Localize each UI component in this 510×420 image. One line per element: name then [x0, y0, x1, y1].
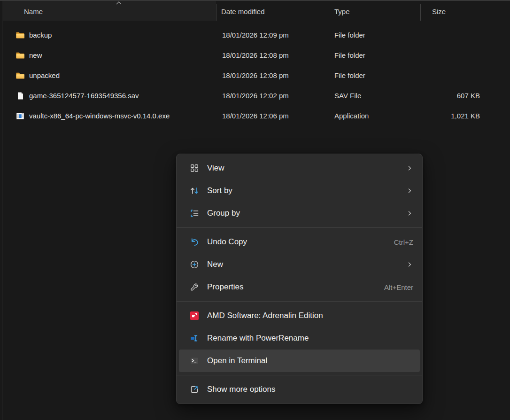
file-date-modified: 18/01/2026 12:02 pm — [222, 86, 289, 106]
terminal-icon — [190, 356, 199, 366]
file-type: File folder — [334, 45, 365, 65]
column-divider[interactable] — [491, 4, 491, 21]
file-size: 1,021 KB — [420, 106, 480, 126]
context-menu: View Sort by Group by — [176, 154, 423, 404]
menu-item-label: Show more options — [207, 385, 276, 394]
view-icon — [190, 163, 199, 173]
file-date-modified: 18/01/2026 12:08 pm — [222, 65, 289, 86]
group-by-icon — [190, 209, 199, 218]
amd-icon — [190, 311, 199, 320]
menu-item-shortcut: Ctrl+Z — [394, 238, 413, 246]
wrench-icon — [190, 282, 199, 292]
menu-item-label: Undo Copy — [207, 237, 247, 247]
file-name: vaultc-x86_64-pc-windows-msvc-v0.14.0.ex… — [29, 106, 170, 126]
chevron-right-icon — [406, 210, 413, 217]
powerrename-icon — [190, 334, 199, 343]
folder-icon — [15, 25, 25, 45]
show-more-icon — [190, 385, 199, 394]
menu-item-properties[interactable]: Properties Alt+Enter — [179, 276, 420, 298]
menu-item-label: Open in Terminal — [207, 356, 267, 366]
file-name: backup — [29, 25, 52, 45]
folder-icon — [15, 65, 25, 86]
menu-item-powerrename[interactable]: Rename with PowerRename — [179, 327, 420, 350]
sav-file-icon — [15, 86, 25, 106]
menu-item-label: New — [207, 260, 223, 269]
file-list-header: Name Date modified Type Size — [0, 1, 510, 22]
pane-left-border — [2, 1, 2, 420]
folder-icon — [15, 45, 25, 65]
menu-item-label: Properties — [207, 282, 243, 292]
menu-separator — [177, 301, 422, 302]
file-type: File folder — [334, 25, 365, 45]
column-divider[interactable] — [329, 4, 329, 21]
column-header-name[interactable]: Name — [24, 1, 43, 22]
file-size: 607 KB — [420, 86, 480, 106]
file-name: game-365124577-1693549356.sav — [29, 86, 139, 106]
file-row[interactable]: game-365124577-1693549356.sav 18/01/2026… — [3, 86, 491, 106]
column-header-date-modified[interactable]: Date modified — [221, 1, 265, 22]
menu-item-undo-copy[interactable]: Undo Copy Ctrl+Z — [179, 231, 420, 253]
menu-item-label: Group by — [207, 209, 240, 218]
column-header-size[interactable]: Size — [432, 1, 446, 22]
menu-item-shortcut: Alt+Enter — [384, 283, 413, 291]
application-icon — [15, 106, 25, 126]
menu-item-amd-software[interactable]: AMD Software: Adrenalin Edition — [179, 304, 420, 327]
file-row[interactable]: new 18/01/2026 12:08 pm File folder — [3, 45, 491, 65]
chevron-right-icon — [406, 261, 413, 268]
menu-item-label: AMD Software: Adrenalin Edition — [207, 311, 323, 320]
file-type: SAV File — [334, 86, 361, 106]
chevron-right-icon — [406, 187, 413, 194]
new-plus-icon — [190, 260, 199, 269]
menu-item-view[interactable]: View — [179, 157, 420, 179]
file-row[interactable]: backup 18/01/2026 12:09 pm File folder — [3, 25, 491, 45]
file-date-modified: 18/01/2026 12:06 pm — [222, 106, 289, 126]
menu-item-label: Rename with PowerRename — [207, 334, 309, 343]
file-row[interactable]: unpacked 18/01/2026 12:08 pm File folder — [3, 65, 491, 86]
undo-icon — [190, 237, 199, 247]
file-date-modified: 18/01/2026 12:09 pm — [222, 25, 289, 45]
sort-ascending-icon — [115, 0, 123, 6]
file-size — [420, 65, 480, 86]
menu-item-open-in-terminal[interactable]: Open in Terminal — [179, 350, 420, 372]
column-divider[interactable] — [420, 4, 421, 21]
chevron-right-icon — [406, 164, 413, 172]
file-type: Application — [334, 106, 369, 126]
file-row[interactable]: vaultc-x86_64-pc-windows-msvc-v0.14.0.ex… — [3, 106, 491, 126]
file-name: new — [29, 45, 42, 65]
file-size — [420, 45, 480, 65]
menu-item-group-by[interactable]: Group by — [179, 202, 420, 225]
column-divider[interactable] — [216, 4, 216, 21]
file-name: unpacked — [29, 65, 60, 86]
sort-by-icon — [190, 186, 199, 195]
file-date-modified: 18/01/2026 12:08 pm — [222, 45, 289, 65]
menu-separator — [177, 227, 422, 228]
menu-item-label: Sort by — [207, 186, 232, 195]
menu-item-sort-by[interactable]: Sort by — [179, 179, 420, 202]
file-type: File folder — [334, 65, 365, 86]
menu-separator — [177, 375, 422, 375]
menu-item-show-more-options[interactable]: Show more options — [179, 378, 420, 401]
menu-item-label: View — [207, 163, 224, 173]
column-header-type[interactable]: Type — [334, 1, 350, 22]
menu-item-new[interactable]: New — [179, 253, 420, 276]
file-size — [420, 25, 480, 45]
